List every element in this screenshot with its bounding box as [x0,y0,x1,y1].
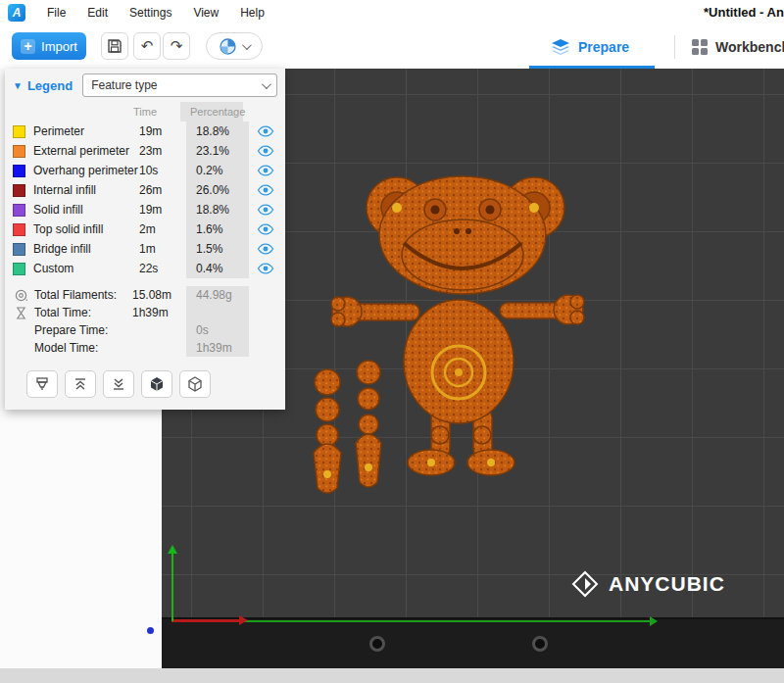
chevron-down-icon [262,79,271,89]
watermark-text: ANYCUBIC [609,572,725,596]
slice-view-button[interactable] [26,370,58,398]
red-axis-arrow [239,615,248,625]
time-value: 22s [139,262,178,275]
redo-icon: ↷ [171,37,183,55]
total-filaments-label: Total Filaments: [34,288,132,302]
legend-row: External perimeter 23m 23.1% [5,141,285,161]
total-filaments-weight: 44.98g [186,286,249,304]
save-button[interactable] [101,32,128,60]
tab-workbench[interactable]: Workbench [692,25,784,69]
toolbar: + Import ↶ ↷ Prep [0,25,784,69]
x-axis-arrow [650,616,658,626]
time-value: 10s [139,164,178,177]
time-value: 19m [139,124,178,138]
feature-label: Custom [33,262,139,275]
legend-row: Top solid infill 2m 1.6% [5,220,285,239]
eye-icon[interactable] [249,184,282,196]
double-chevron-up-icon [73,376,88,392]
cube-outline-icon [187,376,203,392]
nozzle-icon [34,376,50,392]
save-icon [107,38,122,54]
plus-icon: + [21,39,35,54]
time-value: 23m [139,144,178,158]
import-button[interactable]: + Import [12,32,86,60]
legend-row: Custom 22s 0.4% [5,259,285,278]
feature-type-dropdown[interactable]: Feature type [82,73,277,97]
redo-button[interactable]: ↷ [163,32,190,60]
eye-icon[interactable] [249,223,282,235]
layers-icon [551,38,570,56]
tab-workbench-label: Workbench [715,39,784,55]
tab-prepare-label: Prepare [578,39,629,55]
undo-button[interactable]: ↶ [133,32,161,60]
solid-view-button[interactable] [141,370,172,398]
app-logo-icon: A [8,4,25,22]
eye-icon[interactable] [249,165,282,176]
color-swatch [13,145,25,158]
wireframe-view-button[interactable] [179,370,211,398]
prepare-time-label: Prepare Time: [34,323,132,337]
total-time-label: Total Time: [34,306,132,319]
workbench-grid-icon [692,39,708,55]
menu-edit[interactable]: Edit [87,6,108,20]
legend-row: Overhang perimeter 10s 0.2% [5,161,285,180]
color-swatch [13,204,25,217]
filament-icon [13,289,28,302]
build-plate-front [162,617,784,668]
total-time-row: Total Time: 1h39m [5,304,285,321]
legend-row: Bridge infill 1m 1.5% [5,239,285,259]
menu-view[interactable]: View [193,6,219,20]
prepare-time-row: Prepare Time: 0s [5,321,285,339]
menu-bar: A File Edit Settings View Help *Untitled… [0,0,784,25]
feature-label: Internal infill [33,183,139,197]
tab-prepare[interactable]: Prepare [551,25,629,69]
eye-icon[interactable] [249,263,282,274]
legend-column-headers: Time Percentage [5,102,285,122]
model-time-value: 1h39m [186,339,249,357]
legend-row: Perimeter 19m 18.8% [5,122,285,141]
percentage-value: 1.5% [186,239,249,259]
eye-icon[interactable] [249,243,282,255]
total-time-value: 1h39m [132,306,177,319]
prepare-time-value: 0s [186,321,249,339]
plate-screw-hole [532,636,548,652]
feature-type-value: Feature type [91,78,157,92]
color-swatch [13,184,25,197]
model-3d[interactable] [294,159,588,561]
menu-help[interactable]: Help [240,6,265,20]
legend-header: ▼ Legend Feature type [5,69,285,102]
view-mode-dropdown[interactable] [206,32,263,60]
legend-tool-buttons [26,370,285,398]
origin-dot [147,627,154,634]
z-axis-line [172,553,173,621]
time-value: 2m [139,222,178,236]
double-chevron-down-icon [111,376,126,392]
color-swatch [13,125,25,138]
chevron-down-icon [242,40,252,50]
app-window: A File Edit Settings View Help *Untitled… [0,0,784,683]
percentage-value: 23.1% [186,141,249,161]
move-to-bottom-button[interactable] [103,370,134,398]
legend-row: Internal infill 26m 26.0% [5,180,285,200]
menu-settings[interactable]: Settings [129,6,172,20]
z-axis-arrow [168,545,177,554]
eye-icon[interactable] [249,204,282,216]
red-axis-line [172,619,240,622]
hourglass-icon [13,307,28,319]
eye-icon[interactable] [249,145,282,157]
tab-separator [674,35,675,59]
move-to-top-button[interactable] [65,370,96,398]
cube-filled-icon [149,376,165,392]
percentage-value: 18.8% [186,200,249,220]
time-value: 26m [139,183,178,197]
percentage-value: 0.2% [186,161,249,180]
main-area: ANYCUBIC ▼ Legend Feature type Time Perc… [0,69,784,668]
menu-file[interactable]: File [47,6,66,20]
feature-label: Top solid infill [33,222,139,236]
legend-title: Legend [27,78,73,93]
eye-icon[interactable] [249,125,282,137]
legend-totals: Total Filaments: 15.08m 44.98g Total Tim… [5,286,285,357]
collapse-icon[interactable]: ▼ [13,80,23,91]
col-header-percentage: Percentage [180,102,243,122]
model-time-label: Model Time: [34,341,132,355]
